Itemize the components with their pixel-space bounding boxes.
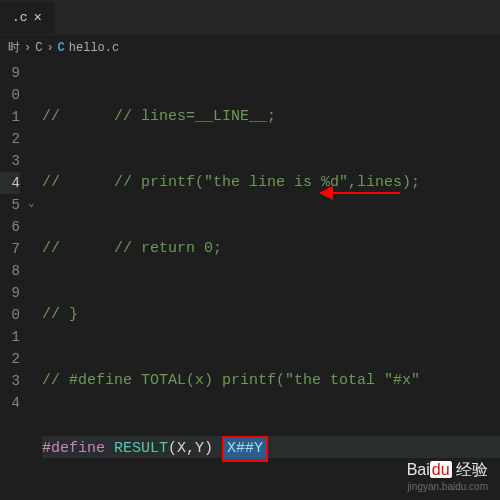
line-number: 3 [0, 150, 20, 172]
watermark-text: 经验 [456, 461, 488, 478]
line-number: 3 [0, 370, 20, 392]
watermark-url: jingyan.baidu.com [407, 481, 488, 492]
watermark-text: Bai [407, 461, 430, 478]
breadcrumb-file[interactable]: hello.c [69, 41, 119, 55]
line-number: 2 [0, 348, 20, 370]
arrow-annotation [320, 192, 400, 194]
fold-icon[interactable]: ⌄ [28, 192, 42, 214]
watermark-text: du [430, 461, 452, 478]
code-text: // // printf("the line is %d",lines); [42, 174, 420, 191]
line-number: 7 [0, 238, 20, 260]
line-number: 5 [0, 194, 20, 216]
chevron-right-icon: › [46, 41, 53, 55]
fold-gutter: ⌄ [28, 60, 42, 500]
code-text: X##Y [227, 440, 263, 457]
line-number: 4 [0, 172, 20, 194]
line-number: 4 [0, 392, 20, 414]
code-text: // #define TOTAL(x) printf("the total "#… [42, 372, 420, 389]
line-number: 1 [0, 106, 20, 128]
code-text: #define [42, 440, 105, 457]
editor: 9 0 1 2 3 4 5 6 7 8 9 0 1 2 3 4 ⌄ // // … [0, 60, 500, 500]
close-icon[interactable]: × [34, 10, 42, 26]
line-number: 2 [0, 128, 20, 150]
code-text: RESULT [105, 440, 168, 457]
tab-bar: .c × [0, 0, 500, 35]
line-number: 9 [0, 282, 20, 304]
code-text: // // lines=__LINE__; [42, 108, 276, 125]
line-number: 8 [0, 260, 20, 282]
selection-highlight: X##Y [222, 436, 268, 462]
line-number: 6 [0, 216, 20, 238]
tab-title: .c [12, 10, 28, 25]
breadcrumb-seg[interactable]: 时 [8, 39, 20, 56]
line-number: 0 [0, 304, 20, 326]
code-text: (X,Y) [168, 440, 222, 457]
code-text: // } [42, 306, 78, 323]
watermark: Baidu 经验 jingyan.baidu.com [407, 460, 488, 492]
file-tab[interactable]: .c × [0, 2, 54, 34]
c-file-icon: C [58, 41, 65, 55]
line-number: 1 [0, 326, 20, 348]
chevron-right-icon: › [24, 41, 31, 55]
code-text: // // return 0; [42, 240, 222, 257]
breadcrumb: 时 › C › C hello.c [0, 35, 500, 60]
code-area[interactable]: // // lines=__LINE__; // // printf("the … [42, 60, 500, 500]
line-number-gutter: 9 0 1 2 3 4 5 6 7 8 9 0 1 2 3 4 [0, 60, 28, 500]
line-number: 9 [0, 62, 20, 84]
breadcrumb-seg[interactable]: C [35, 41, 42, 55]
line-number: 0 [0, 84, 20, 106]
